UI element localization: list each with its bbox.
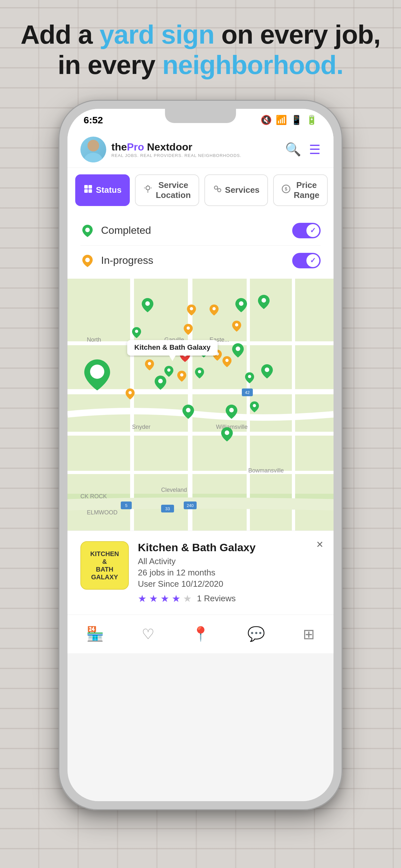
svg-point-42 (190, 307, 193, 310)
nav-map-home[interactable]: 📍 (192, 625, 210, 642)
logo-brand: thePro Nextdoor (112, 141, 242, 153)
svg-text:$: $ (285, 186, 287, 191)
header-icons[interactable]: 🔍 ☰ (285, 142, 320, 157)
logo-area: thePro Nextdoor REAL JOBS. REAL PROVIDER… (81, 136, 242, 162)
app-header: thePro Nextdoor REAL JOBS. REAL PROVIDER… (67, 131, 334, 168)
logo-subtitle: REAL JOBS. REAL PROVIDERS. REAL NEIGHBOR… (112, 153, 242, 158)
stars-row: ★ ★ ★ ★ ★ 1 Reviews (138, 593, 320, 604)
headline-prefix-2: in every (58, 50, 162, 80)
toggle-completed-label-area: Completed (81, 223, 151, 238)
page-wrapper: Add a yard sign on every job, in every n… (0, 0, 401, 868)
signal-icon: 📱 (291, 115, 302, 125)
inprogress-pin-icon (81, 253, 95, 268)
business-logo: KITCHEN&BATHGALAXY (81, 541, 129, 590)
completed-toggle-knob (306, 224, 319, 237)
completed-label: Completed (101, 224, 151, 237)
tab-services-label: Services (225, 185, 259, 195)
tab-services[interactable]: Services (204, 175, 268, 206)
svg-point-64 (186, 408, 190, 412)
inprogress-label: In-progress (101, 254, 153, 267)
nav-grid[interactable]: ⊞ (303, 626, 315, 642)
headline: Add a yard sign on every job, in every n… (8, 20, 394, 81)
tab-status-label: Status (96, 185, 121, 195)
svg-point-41 (145, 301, 150, 306)
star-2: ★ (149, 593, 158, 604)
store-icon: 🏪 (86, 625, 104, 642)
avatar (81, 136, 106, 162)
svg-text:Williamsville: Williamsville (216, 424, 248, 430)
inprogress-toggle[interactable] (292, 253, 320, 268)
svg-rect-5 (89, 189, 92, 193)
bottom-nav: 🏪 ♡ 📍 💬 ⊞ (67, 615, 334, 653)
svg-point-45 (261, 298, 266, 303)
svg-rect-2 (84, 185, 88, 189)
menu-icon[interactable]: ☰ (309, 142, 320, 157)
status-time: 6:52 (84, 115, 103, 126)
filter-tabs: Status ServiceLocation (67, 168, 334, 213)
svg-point-53 (236, 346, 240, 351)
nav-store[interactable]: 🏪 (86, 625, 104, 642)
mute-icon: 🔇 (260, 115, 272, 125)
wifi-icon: 📶 (276, 115, 287, 125)
headline-prefix-1: Add a (21, 20, 100, 49)
svg-point-65 (225, 430, 229, 435)
svg-rect-4 (84, 189, 88, 193)
svg-point-62 (229, 408, 234, 412)
logo-nextdoor: Nextdoor (144, 141, 192, 153)
price-tab-icon: $ (281, 184, 290, 196)
svg-point-13 (85, 258, 90, 262)
star-4: ★ (172, 593, 181, 604)
svg-text:Kitchen & Bath Galaxy: Kitchen & Bath Galaxy (134, 343, 211, 351)
business-name: Kitchen & Bath Galaxy (138, 541, 320, 554)
logo-text-area: thePro Nextdoor REAL JOBS. REAL PROVIDER… (112, 141, 242, 158)
svg-point-43 (212, 307, 216, 310)
svg-point-46 (235, 323, 238, 327)
nav-favorites[interactable]: ♡ (142, 626, 154, 642)
map-svg: North Garville Easte... Snyder Williamsv… (67, 279, 334, 531)
business-jobs: 26 jobs in 12 months (138, 568, 320, 578)
tab-service-location[interactable]: ServiceLocation (135, 175, 199, 206)
close-button[interactable]: × (316, 538, 323, 550)
phone-notch (165, 109, 236, 123)
tab-service-location-label: ServiceLocation (156, 180, 190, 200)
svg-point-56 (180, 373, 183, 376)
svg-text:240: 240 (187, 503, 194, 508)
headline-highlight-2: neighborhood. (162, 50, 343, 80)
business-info: Kitchen & Bath Galaxy All Activity 26 jo… (138, 541, 320, 604)
tab-status[interactable]: Status (75, 175, 130, 206)
svg-rect-3 (89, 185, 92, 189)
grid-icon: ⊞ (303, 626, 315, 642)
completed-pin-icon (81, 223, 95, 238)
svg-point-61 (128, 391, 132, 394)
svg-text:Cleveland: Cleveland (161, 487, 187, 493)
svg-text:Snyder: Snyder (132, 424, 150, 430)
business-since: User Since 10/12/2020 (138, 579, 320, 589)
svg-point-55 (167, 368, 171, 372)
svg-point-0 (88, 140, 99, 151)
phone-frame: 6:52 🔇 📶 📱 🔋 (58, 100, 343, 810)
star-5: ★ (183, 593, 192, 604)
svg-point-6 (146, 186, 150, 190)
tab-price-range[interactable]: $ PriceRange (273, 175, 328, 206)
search-icon[interactable]: 🔍 (285, 142, 301, 157)
map-section[interactable]: North Garville Easte... Snyder Williamsv… (67, 279, 334, 615)
svg-text:5: 5 (125, 503, 127, 508)
svg-point-63 (253, 404, 256, 407)
status-icons: 🔇 📶 📱 🔋 (260, 115, 317, 125)
toggle-section: Completed In-progress (67, 213, 334, 279)
svg-point-47 (135, 330, 138, 333)
completed-toggle[interactable] (292, 223, 320, 238)
toggle-completed: Completed (81, 216, 320, 246)
star-3: ★ (160, 593, 169, 604)
svg-point-12 (85, 228, 90, 232)
svg-point-58 (158, 379, 163, 383)
nav-chat[interactable]: 💬 (247, 625, 265, 642)
svg-point-66 (90, 365, 104, 379)
map-container[interactable]: North Garville Easte... Snyder Williamsv… (67, 279, 334, 531)
svg-text:ELMWOOD: ELMWOOD (87, 509, 118, 516)
svg-text:CK ROCK: CK ROCK (81, 493, 107, 500)
svg-point-60 (248, 375, 251, 378)
headline-line2: in every neighborhood. (58, 50, 343, 80)
business-activity: All Activity (138, 556, 320, 566)
inprogress-toggle-knob (306, 254, 319, 267)
